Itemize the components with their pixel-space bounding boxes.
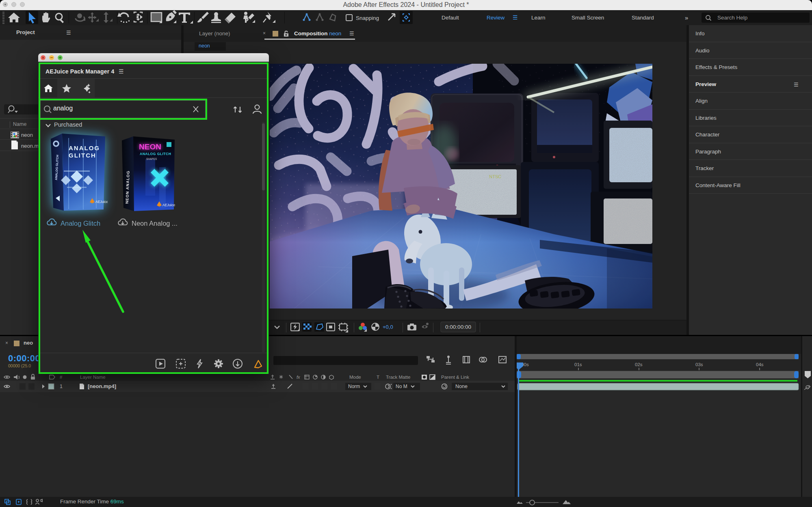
svg-text:[neon.mp4]: [neon.mp4] [88, 383, 116, 389]
svg-text:03s: 03s [695, 362, 703, 367]
svg-text:No M: No M [396, 384, 407, 389]
svg-text:Parent & Link: Parent & Link [441, 375, 469, 380]
svg-text:01s: 01s [574, 362, 582, 367]
svg-text:T: T [377, 375, 379, 380]
svg-text:Norm: Norm [348, 384, 360, 389]
svg-text:fx: fx [297, 375, 300, 380]
svg-text:1: 1 [60, 384, 63, 389]
svg-text:Track Matte: Track Matte [386, 375, 410, 380]
svg-text:0:00:00:00: 0:00:00:00 [445, 324, 471, 330]
svg-text:None: None [455, 384, 468, 389]
svg-text:+0,0: +0,0 [383, 324, 393, 330]
svg-text:Snapping: Snapping [356, 15, 379, 21]
svg-text:Layer Name: Layer Name [80, 375, 106, 380]
svg-text:#: # [60, 375, 63, 380]
svg-text:Mode: Mode [349, 375, 361, 380]
svg-text:04s: 04s [756, 362, 764, 367]
svg-text:02s: 02s [635, 362, 643, 367]
